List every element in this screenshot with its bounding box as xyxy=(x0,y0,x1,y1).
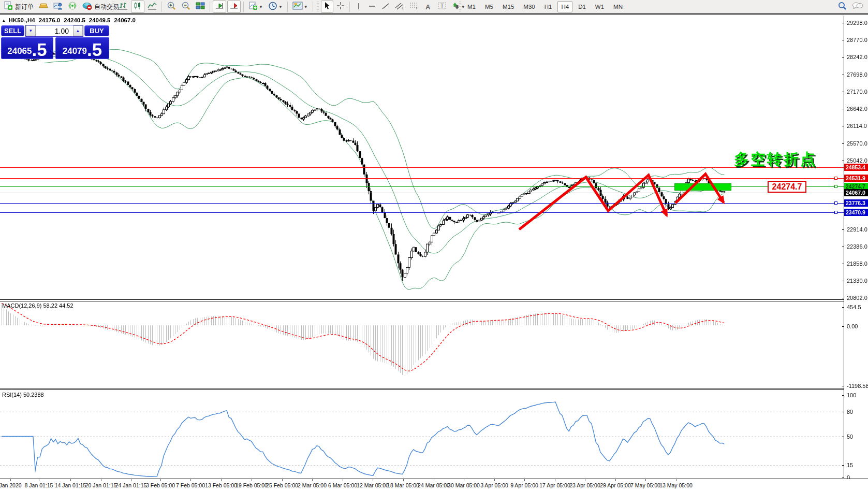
cursor-icon xyxy=(323,2,331,12)
volume-increase-button[interactable]: ▲ xyxy=(73,25,83,36)
time-axis-tick xyxy=(373,479,373,481)
macd-pane-canvas[interactable] xyxy=(0,301,844,388)
text-tool-button[interactable]: A xyxy=(422,1,434,13)
axis-tick xyxy=(842,92,844,92)
time-axis-tick xyxy=(160,479,161,481)
sell-price-button[interactable]: 24065 .5 xyxy=(1,37,53,59)
toolbar-right-group xyxy=(835,0,866,13)
time-axis[interactable]: Jan 20208 Jan 01:1514 Jan 01:1520 Jan 01… xyxy=(0,479,868,491)
bar-chart-button[interactable] xyxy=(116,1,130,13)
time-axis-label: 7 May 05:00 xyxy=(630,482,660,488)
auto-scroll-button[interactable] xyxy=(213,1,226,13)
gold-button[interactable] xyxy=(37,1,50,13)
price-level-line-24853.4[interactable] xyxy=(0,167,844,168)
line-chart-button[interactable] xyxy=(145,1,159,13)
pane-divider[interactable] xyxy=(0,299,868,301)
timeframe-M1[interactable]: M1 xyxy=(464,1,479,12)
price-axis-label: 25570.0 xyxy=(847,140,867,147)
timeframe-H1[interactable]: H1 xyxy=(541,1,556,12)
sell-price-main: 24065 xyxy=(7,47,32,55)
time-axis-label: 3 Feb 05:00 xyxy=(146,482,175,488)
toolbar-separator xyxy=(287,2,288,12)
timeframe-W1[interactable]: W1 xyxy=(592,1,608,12)
buy-price-pips: .5 xyxy=(87,42,102,57)
new-order-button[interactable]: 新订单 xyxy=(2,1,36,13)
turning-point-annotation[interactable]: 多空转折点 xyxy=(734,149,817,170)
line-handle[interactable] xyxy=(834,185,837,188)
axis-tick xyxy=(842,126,844,126)
timeframe-M5[interactable]: M5 xyxy=(481,1,497,12)
timeframe-H4[interactable]: H4 xyxy=(557,1,572,12)
horizontal-line-tool-button[interactable] xyxy=(366,1,378,13)
timeframe-M15[interactable]: M15 xyxy=(499,1,518,12)
time-axis-tick xyxy=(70,479,71,481)
crosshair-tool-button[interactable] xyxy=(334,1,347,13)
text-label-icon: T xyxy=(437,2,447,12)
buy-button[interactable]: BUY xyxy=(84,25,109,36)
zoom-out-button[interactable] xyxy=(179,1,193,13)
volume-input[interactable]: 1.00 xyxy=(36,25,73,36)
tile-windows-icon xyxy=(196,2,205,12)
macd-scale-label: 0.00 xyxy=(847,323,858,329)
tile-windows-button[interactable] xyxy=(194,1,207,13)
timeframe-D1[interactable]: D1 xyxy=(575,1,590,12)
vertical-line-tool-button[interactable] xyxy=(352,1,365,13)
indicators-icon xyxy=(248,2,258,12)
templates-button[interactable]: ▼ xyxy=(290,1,310,13)
indicators-button[interactable]: ▼ xyxy=(246,1,265,13)
profile-button[interactable] xyxy=(51,1,65,13)
pane-divider[interactable] xyxy=(0,388,868,390)
search-button[interactable] xyxy=(835,1,849,13)
toolbar-chart-tools: ▼ ▼ ▼ xyxy=(111,0,468,13)
price-axis-label: 26642.0 xyxy=(847,106,867,112)
axis-tick xyxy=(842,465,844,466)
time-axis-label: Jan 2020 xyxy=(0,482,22,488)
main-chart-canvas[interactable] xyxy=(0,16,844,299)
new-order-label: 新订单 xyxy=(15,3,34,11)
time-axis-label: 2 Mar 05:00 xyxy=(298,482,327,488)
trendline-tool-button[interactable] xyxy=(379,1,392,13)
buy-price-main: 24079 xyxy=(63,47,87,55)
buy-price-button[interactable]: 24079 .5 xyxy=(55,37,109,59)
cursor-tool-button[interactable] xyxy=(321,1,333,13)
rsi-label: RSI(14) 50.2388 xyxy=(2,392,44,398)
periods-button[interactable]: ▼ xyxy=(266,1,285,13)
horizontal-line-icon xyxy=(368,2,376,12)
price-level-badge: 23776.3 xyxy=(844,199,868,207)
price-level-line-24067.0[interactable] xyxy=(0,193,844,193)
fibonacci-tool-button[interactable]: F xyxy=(407,1,421,13)
highlight-rectangle[interactable] xyxy=(674,183,731,191)
text-label-tool-button[interactable]: T xyxy=(435,1,449,13)
chat-button[interactable] xyxy=(850,1,865,13)
bar-chart-icon xyxy=(119,2,128,12)
title-symbol: HK50-,H4 xyxy=(9,17,35,23)
volume-stepper: ▼ 1.00 ▲ xyxy=(25,25,83,37)
line-handle[interactable] xyxy=(834,211,837,214)
signal-button[interactable] xyxy=(66,1,79,13)
one-click-trading-panel: SELL ▼ 1.00 ▲ BUY 24065 .5 24079 .5 xyxy=(1,24,110,66)
channel-tool-button[interactable]: E xyxy=(393,1,406,13)
sell-button[interactable]: SELL xyxy=(1,25,24,36)
price-level-line-24531.9[interactable] xyxy=(0,178,844,179)
axis-tick xyxy=(842,264,844,264)
rsi-pane-canvas[interactable] xyxy=(0,390,844,478)
volume-decrease-button[interactable]: ▼ xyxy=(26,25,36,36)
axis-tick xyxy=(842,229,844,230)
line-handle[interactable] xyxy=(834,177,837,180)
chevron-up-icon: ▲ xyxy=(76,28,80,33)
price-level-line-23470.9[interactable] xyxy=(0,212,844,213)
price-level-line-23776.3[interactable] xyxy=(0,203,844,204)
axis-tick xyxy=(842,143,844,144)
zoom-in-button[interactable] xyxy=(165,1,178,13)
price-axis-label: 28770.0 xyxy=(847,37,867,43)
timeframe-MN[interactable]: MN xyxy=(610,1,626,12)
price-callout-label[interactable]: 24274.7 xyxy=(768,181,806,193)
chart-shift-button[interactable] xyxy=(227,1,241,13)
line-handle[interactable] xyxy=(834,201,837,205)
price-axis-label: 21858.0 xyxy=(847,261,867,267)
price-axis[interactable]: 29298.028770.028242.027698.027170.026642… xyxy=(844,16,868,478)
timeframe-M30[interactable]: M30 xyxy=(520,1,538,12)
candlestick-chart-button[interactable] xyxy=(131,1,144,13)
rsi-scale-label: 80 xyxy=(847,409,853,415)
title-open: 24176.0 xyxy=(39,17,61,23)
